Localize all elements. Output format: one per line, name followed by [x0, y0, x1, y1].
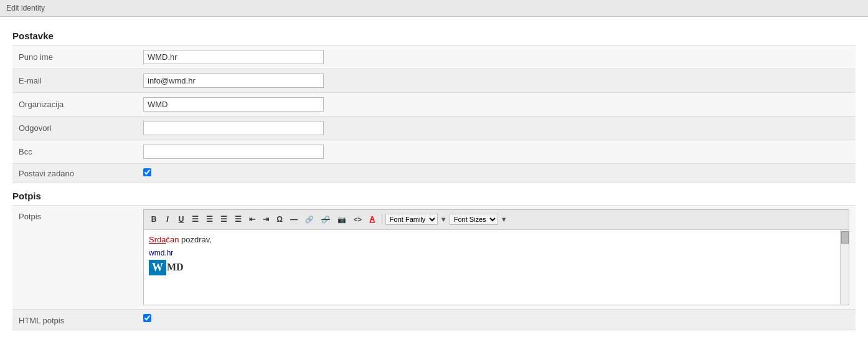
font-family-select[interactable]: Font Family [385, 214, 438, 225]
table-row: E-mail [12, 69, 856, 93]
organizacija-input[interactable] [143, 97, 324, 112]
omega-button[interactable]: Ω [273, 212, 286, 227]
postavi-zadano-checkbox[interactable] [143, 168, 151, 176]
editor-scrollbar[interactable] [840, 230, 849, 305]
window-title: Edit identity [0, 0, 868, 17]
email-label: E-mail [12, 69, 137, 93]
wmd-logo: WMD [149, 260, 835, 275]
table-row: Postavi zadano [12, 164, 856, 183]
wmd-logo-w: W [149, 260, 166, 275]
signature-text-red: čan [166, 235, 179, 244]
table-row: Odgovori [12, 117, 856, 140]
image-button[interactable]: 📷 [334, 213, 349, 226]
align-justify-button[interactable]: ☰ [232, 212, 245, 227]
signature-greeting: Srdačan pozdrav, [149, 235, 835, 244]
editor-toolbar: B I U ☰ ☰ ☰ ☰ ⇤ ⇥ Ω — 🔗 🔗 [144, 210, 849, 230]
font-sizes-select[interactable]: Font Sizes [450, 214, 498, 225]
indent-left-button[interactable]: ⇤ [246, 212, 258, 227]
signature-link[interactable]: wmd.hr [149, 249, 173, 257]
underline-button[interactable]: U [175, 212, 187, 227]
html-potpis-checkbox[interactable] [143, 314, 151, 322]
bold-button[interactable]: B [148, 212, 160, 227]
align-right-button[interactable]: ☰ [217, 212, 230, 227]
puno-ime-input[interactable] [143, 50, 324, 64]
signature-table: Potpis B I U ☰ ☰ ☰ ☰ ⇤ ⇥ [12, 205, 856, 330]
odgovori-label: Odgovori [12, 117, 137, 140]
puno-ime-label: Puno ime [12, 45, 137, 69]
table-row: HTML potpis [12, 309, 856, 330]
scrollbar-thumb[interactable] [841, 231, 849, 244]
wmd-logo-md: MD [167, 262, 184, 273]
email-input[interactable] [143, 74, 324, 88]
link-button[interactable]: 🔗 [302, 213, 317, 226]
italic-button[interactable]: I [161, 212, 174, 227]
font-family-arrow: ▼ [440, 216, 447, 223]
postavi-zadano-label: Postavi zadano [12, 164, 137, 183]
align-center-button[interactable]: ☰ [203, 212, 216, 227]
table-row: Puno ime [12, 45, 856, 69]
odgovori-input[interactable] [143, 121, 324, 135]
organizacija-label: Organizacija [12, 93, 137, 117]
signature-link-wrapper: wmd.hr [149, 248, 835, 257]
code-button[interactable]: <> [351, 213, 365, 226]
form-table: Puno ime E-mail Organizacija Odgovori Bc… [12, 45, 856, 183]
unlink-button[interactable]: 🔗 [318, 213, 333, 226]
font-sizes-arrow: ▼ [501, 216, 507, 223]
bcc-label: Bcc [12, 140, 137, 164]
potpis-section-title: Potpis [12, 191, 856, 201]
signature-text-underlined: Srda [149, 235, 166, 244]
potpis-label: Potpis [12, 206, 137, 310]
editor-content[interactable]: Srdačan pozdrav, wmd.hr WMD [144, 230, 840, 305]
table-row: Potpis B I U ☰ ☰ ☰ ☰ ⇤ ⇥ [12, 206, 856, 310]
table-row: Bcc [12, 140, 856, 164]
align-left-button[interactable]: ☰ [189, 212, 202, 227]
postavke-section-title: Postavke [12, 31, 856, 41]
dash-button[interactable]: — [287, 212, 301, 227]
font-color-button[interactable]: A [366, 212, 379, 227]
html-potpis-label: HTML potpis [12, 309, 137, 330]
indent-right-button[interactable]: ⇥ [260, 212, 272, 227]
bcc-input[interactable] [143, 145, 324, 159]
editor-content-container: Srdačan pozdrav, wmd.hr WMD [144, 230, 849, 305]
toolbar-separator [382, 214, 382, 224]
editor-wrapper: B I U ☰ ☰ ☰ ☰ ⇤ ⇥ Ω — 🔗 🔗 [143, 209, 849, 305]
table-row: Organizacija [12, 93, 856, 117]
